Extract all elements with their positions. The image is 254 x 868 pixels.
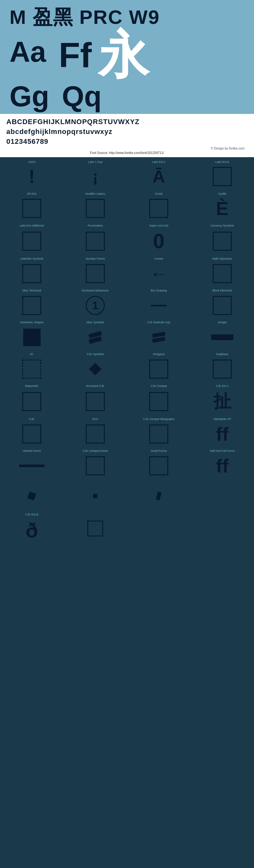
cell-arrows: Arrows ← bbox=[127, 255, 190, 287]
cell-modletters: Modifier Letters bbox=[64, 191, 127, 222]
glyph-arrows: ← bbox=[129, 262, 189, 285]
grid-row-7: Bopomofo Enclosed CJK CJK Compat CJK Ext… bbox=[0, 383, 254, 416]
glyph-bottom3 bbox=[129, 515, 189, 542]
glyph-cjksymbols bbox=[65, 358, 125, 380]
glyph-cjkcompat bbox=[129, 390, 189, 413]
label-latinexta: Latin Ext A bbox=[152, 160, 166, 164]
label-punctuation: Punctuation bbox=[87, 224, 103, 227]
cell-miscsymbols: Misc Symbols bbox=[64, 319, 127, 351]
label-boxdrawing: Box Drawing bbox=[150, 289, 167, 292]
label-currency: Currency Symbols bbox=[211, 224, 234, 227]
source-line: Font Source: http://www.fontke.com/font/… bbox=[6, 150, 248, 156]
label-bopomofo: Bopomofo bbox=[25, 384, 38, 388]
label-cjkexta: CJK Ext A bbox=[216, 384, 229, 388]
grid-row-8: CJK PUA CJK Compat Ideographs Alphabetic… bbox=[0, 416, 254, 448]
sample-row-1: Aa Ff 永 bbox=[9, 30, 245, 81]
label-latinextb: Latin Ext B bbox=[215, 160, 229, 164]
grid-row-1: IPA Ext Modifier Letters Greek Cyrillic … bbox=[0, 191, 254, 222]
label-iic: IIC bbox=[30, 352, 34, 356]
label-kangxi: Kangxi bbox=[218, 321, 227, 324]
label-pua: PUA bbox=[93, 417, 99, 421]
grid-row-11: CJK Ext B ð bbox=[0, 511, 254, 545]
alphabet-lower: abcdefghijklmnopqrstuvwxyz bbox=[6, 127, 248, 137]
glyph-mathops bbox=[192, 262, 252, 285]
grid-row-4: Misc Technical Enclosed Alphanums 1 Box … bbox=[0, 287, 254, 319]
label-cjkextb: CJK Ext B bbox=[25, 513, 38, 517]
glyph-iic bbox=[2, 358, 62, 380]
glyph-misctechnical bbox=[2, 294, 62, 317]
glyph-halffulls: ff bbox=[192, 455, 252, 477]
label-superandsub: Super And Sub bbox=[149, 224, 169, 227]
alphabet-upper: ABCDEFGHIJKLMNOPQRSTUVWXYZ bbox=[6, 117, 248, 127]
glyph-latinextadd bbox=[2, 229, 62, 253]
glyph-alphabeticpf: ff bbox=[192, 423, 252, 445]
label-geoshapes: Geometric Shapes bbox=[20, 321, 44, 324]
label-cjksymbols: CJK Symbols bbox=[87, 352, 104, 356]
glyph-currency bbox=[192, 229, 252, 253]
char-qq: Qq bbox=[62, 82, 102, 111]
glyph-cjk bbox=[2, 423, 62, 445]
sample-chars: Aa Ff bbox=[9, 37, 92, 72]
grid-row-0: ASCII ! Latin 1 Sup ¡ Latin Ext A Ā Lati… bbox=[0, 159, 254, 191]
cell-iic: IIC bbox=[0, 351, 64, 383]
label-enclosedalpha: Enclosed Alphanums bbox=[82, 289, 109, 292]
label-enclosedcjk: Enclosed CJK bbox=[86, 384, 104, 388]
glyph-extra2 bbox=[65, 483, 125, 509]
label-arrows: Arrows bbox=[154, 257, 163, 260]
glyph-bottom4 bbox=[192, 515, 252, 542]
label-misctechnical: Misc Technical bbox=[23, 289, 41, 292]
alphabet-digits: 0123456789 bbox=[6, 137, 248, 147]
cell-boxdrawing: Box Drawing bbox=[127, 287, 190, 319]
label-blockelements: Block Elements bbox=[212, 289, 232, 292]
label-smallforms: Small Forms bbox=[151, 449, 167, 453]
glyph-grid: ASCII ! Latin 1 Sup ¡ Latin Ext A Ā Lati… bbox=[0, 157, 254, 546]
glyph-cjkexta: 扯 bbox=[192, 390, 252, 413]
glyph-greek bbox=[129, 197, 189, 220]
glyph-verticalforms bbox=[2, 455, 62, 477]
sample-row-2: Gg Qq bbox=[9, 82, 245, 111]
char-ff: Ff bbox=[59, 37, 92, 72]
glyph-blockelements bbox=[192, 294, 252, 317]
glyph-cjkextb: ð bbox=[2, 518, 62, 542]
cell-cyrillic: Cyrillic È bbox=[190, 191, 254, 222]
glyph-extra3 bbox=[129, 483, 189, 509]
cell-cjkcompatforms: CJK Compat Forms bbox=[64, 448, 127, 479]
glyph-katakana bbox=[192, 358, 252, 380]
label-latinextadd: Latin Ext Additional bbox=[20, 224, 44, 227]
cell-blockelements: Block Elements bbox=[190, 287, 254, 319]
glyph-latin1sup: ¡ bbox=[65, 165, 125, 188]
label-modletters: Modifier Letters bbox=[85, 192, 105, 196]
grid-row-9: Vertical Forms CJK Compat Forms Small Fo… bbox=[0, 448, 254, 479]
yong-character-wrap: 永 bbox=[92, 30, 149, 81]
label-cjkcompatideo: CJK Compat Ideographs bbox=[143, 417, 175, 421]
glyph-punctuation bbox=[65, 229, 125, 253]
glyph-bottom2 bbox=[65, 515, 125, 542]
cell-bottom2 bbox=[64, 511, 127, 545]
label-ipaext: IPA Ext bbox=[27, 192, 37, 196]
cell-latin1sup: Latin 1 Sup ¡ bbox=[64, 159, 127, 191]
cell-enclosedcjk: Enclosed CJK bbox=[64, 383, 127, 416]
cell-mathops: Math Operators bbox=[190, 255, 254, 287]
grid-row-3: Letterlike Symbols Number Forms Arrows ←… bbox=[0, 255, 254, 287]
glyph-pua bbox=[65, 423, 125, 445]
cell-verticalforms: Vertical Forms bbox=[0, 448, 64, 479]
glyph-cjkradicals bbox=[129, 326, 189, 348]
font-title: M 盈黑 PRC W9 bbox=[9, 6, 245, 28]
cell-bottom4 bbox=[190, 511, 254, 545]
cell-superandsub: Super And Sub 0 bbox=[127, 222, 190, 256]
glyph-superandsub: 0 bbox=[129, 229, 189, 253]
cell-cjkexta: CJK Ext A 扯 bbox=[190, 383, 254, 416]
char-aa: Aa bbox=[9, 37, 46, 66]
cell-ipaext: IPA Ext bbox=[0, 191, 64, 222]
cell-pua: PUA bbox=[64, 416, 127, 448]
cell-letterlike: Letterlike Symbols bbox=[0, 255, 64, 287]
cell-numberforms: Number Forms bbox=[64, 255, 127, 287]
glyph-latinextb bbox=[192, 165, 252, 188]
grid-row-2: Latin Ext Additional Punctuation Super A… bbox=[0, 222, 254, 256]
cell-latinextb: Latin Ext B bbox=[190, 159, 254, 191]
cell-alphabeticpf: Alphabetic PF ff bbox=[190, 416, 254, 448]
cell-extra3 bbox=[127, 479, 190, 511]
label-latin1sup: Latin 1 Sup bbox=[88, 160, 103, 164]
char-gg: Gg bbox=[9, 82, 49, 111]
cell-cjkcompatideo: CJK Compat Ideographs bbox=[127, 416, 190, 448]
